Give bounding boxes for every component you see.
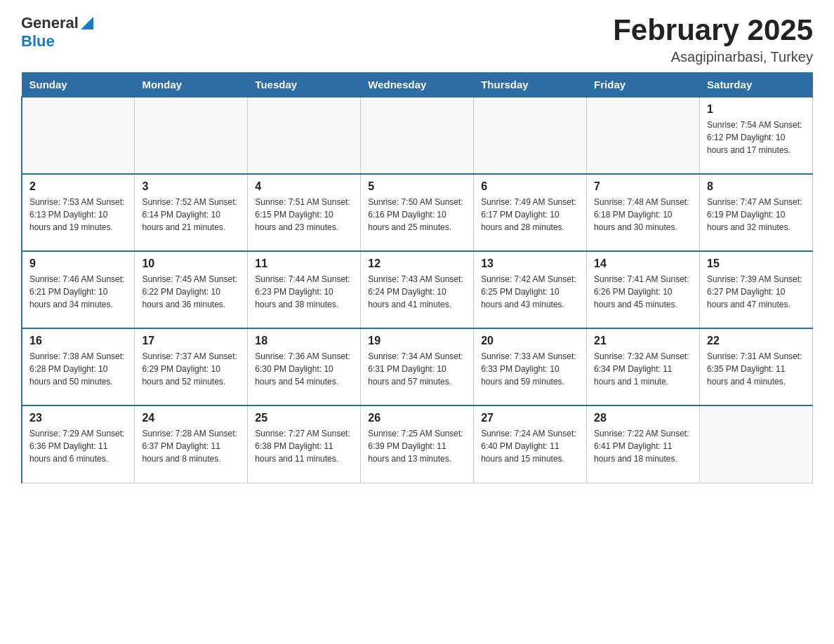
day-number: 6	[481, 180, 579, 193]
day-info: Sunrise: 7:52 AM Sunset: 6:14 PM Dayligh…	[142, 196, 240, 234]
day-info: Sunrise: 7:46 AM Sunset: 6:21 PM Dayligh…	[29, 273, 127, 311]
calendar-cell: 3Sunrise: 7:52 AM Sunset: 6:14 PM Daylig…	[135, 174, 248, 251]
day-number: 8	[707, 180, 805, 193]
calendar-cell	[248, 97, 361, 174]
page-header: General Blue February 2025 Asagipinarbas…	[21, 14, 813, 65]
day-number: 20	[481, 335, 579, 347]
day-number: 18	[255, 335, 353, 347]
weekday-header-sunday: Sunday	[22, 73, 135, 98]
calendar-week-5: 23Sunrise: 7:29 AM Sunset: 6:36 PM Dayli…	[22, 405, 813, 483]
day-info: Sunrise: 7:53 AM Sunset: 6:13 PM Dayligh…	[29, 196, 127, 234]
svg-marker-0	[81, 17, 93, 29]
calendar-cell: 17Sunrise: 7:37 AM Sunset: 6:29 PM Dayli…	[135, 328, 248, 405]
calendar-week-4: 16Sunrise: 7:38 AM Sunset: 6:28 PM Dayli…	[22, 328, 813, 405]
calendar-cell	[22, 97, 135, 174]
calendar-cell: 2Sunrise: 7:53 AM Sunset: 6:13 PM Daylig…	[22, 174, 135, 251]
location-title: Asagipinarbasi, Turkey	[613, 49, 813, 65]
calendar-cell: 13Sunrise: 7:42 AM Sunset: 6:25 PM Dayli…	[474, 251, 587, 328]
logo-blue: Blue	[21, 32, 55, 51]
day-number: 14	[594, 257, 692, 270]
day-info: Sunrise: 7:32 AM Sunset: 6:34 PM Dayligh…	[594, 350, 692, 388]
calendar-cell: 21Sunrise: 7:32 AM Sunset: 6:34 PM Dayli…	[587, 328, 700, 405]
day-info: Sunrise: 7:42 AM Sunset: 6:25 PM Dayligh…	[481, 273, 579, 311]
day-number: 10	[142, 257, 240, 270]
day-info: Sunrise: 7:45 AM Sunset: 6:22 PM Dayligh…	[142, 273, 240, 311]
weekday-header-saturday: Saturday	[700, 73, 813, 98]
calendar-cell: 27Sunrise: 7:24 AM Sunset: 6:40 PM Dayli…	[474, 405, 587, 483]
calendar-cell: 10Sunrise: 7:45 AM Sunset: 6:22 PM Dayli…	[135, 251, 248, 328]
day-info: Sunrise: 7:25 AM Sunset: 6:39 PM Dayligh…	[368, 427, 466, 465]
calendar-cell	[587, 97, 700, 174]
day-number: 22	[707, 335, 805, 347]
weekday-header-wednesday: Wednesday	[361, 73, 474, 98]
day-info: Sunrise: 7:38 AM Sunset: 6:28 PM Dayligh…	[29, 350, 127, 388]
calendar-cell: 24Sunrise: 7:28 AM Sunset: 6:37 PM Dayli…	[135, 405, 248, 483]
day-info: Sunrise: 7:39 AM Sunset: 6:27 PM Dayligh…	[707, 273, 805, 311]
day-number: 11	[255, 257, 353, 270]
day-info: Sunrise: 7:22 AM Sunset: 6:41 PM Dayligh…	[594, 427, 692, 465]
calendar-cell: 28Sunrise: 7:22 AM Sunset: 6:41 PM Dayli…	[587, 405, 700, 483]
day-info: Sunrise: 7:43 AM Sunset: 6:24 PM Dayligh…	[368, 273, 466, 311]
logo: General Blue	[21, 14, 93, 51]
day-info: Sunrise: 7:28 AM Sunset: 6:37 PM Dayligh…	[142, 427, 240, 465]
day-info: Sunrise: 7:27 AM Sunset: 6:38 PM Dayligh…	[255, 427, 353, 465]
day-number: 21	[594, 335, 692, 347]
day-info: Sunrise: 7:33 AM Sunset: 6:33 PM Dayligh…	[481, 350, 579, 388]
calendar-cell	[135, 97, 248, 174]
calendar-cell: 9Sunrise: 7:46 AM Sunset: 6:21 PM Daylig…	[22, 251, 135, 328]
calendar-cell: 6Sunrise: 7:49 AM Sunset: 6:17 PM Daylig…	[474, 174, 587, 251]
month-title: February 2025	[613, 14, 813, 46]
day-number: 24	[142, 412, 240, 424]
calendar-cell	[474, 97, 587, 174]
calendar-cell: 15Sunrise: 7:39 AM Sunset: 6:27 PM Dayli…	[700, 251, 813, 328]
calendar-cell: 5Sunrise: 7:50 AM Sunset: 6:16 PM Daylig…	[361, 174, 474, 251]
day-number: 27	[481, 412, 579, 424]
day-info: Sunrise: 7:54 AM Sunset: 6:12 PM Dayligh…	[707, 119, 805, 156]
weekday-header-thursday: Thursday	[474, 73, 587, 98]
logo-general: General	[21, 14, 79, 32]
calendar-cell	[700, 405, 813, 483]
logo-triangle-icon	[81, 17, 93, 29]
weekday-header-monday: Monday	[135, 73, 248, 98]
day-info: Sunrise: 7:48 AM Sunset: 6:18 PM Dayligh…	[594, 196, 692, 234]
day-number: 15	[707, 257, 805, 270]
calendar-week-1: 1Sunrise: 7:54 AM Sunset: 6:12 PM Daylig…	[22, 97, 813, 174]
day-info: Sunrise: 7:41 AM Sunset: 6:26 PM Dayligh…	[594, 273, 692, 311]
calendar-cell: 12Sunrise: 7:43 AM Sunset: 6:24 PM Dayli…	[361, 251, 474, 328]
calendar-cell: 20Sunrise: 7:33 AM Sunset: 6:33 PM Dayli…	[474, 328, 587, 405]
day-number: 17	[142, 335, 240, 347]
day-number: 2	[29, 180, 127, 193]
calendar-cell: 19Sunrise: 7:34 AM Sunset: 6:31 PM Dayli…	[361, 328, 474, 405]
day-info: Sunrise: 7:36 AM Sunset: 6:30 PM Dayligh…	[255, 350, 353, 388]
day-info: Sunrise: 7:29 AM Sunset: 6:36 PM Dayligh…	[29, 427, 127, 465]
day-info: Sunrise: 7:47 AM Sunset: 6:19 PM Dayligh…	[707, 196, 805, 234]
day-info: Sunrise: 7:37 AM Sunset: 6:29 PM Dayligh…	[142, 350, 240, 388]
day-info: Sunrise: 7:44 AM Sunset: 6:23 PM Dayligh…	[255, 273, 353, 311]
calendar-cell: 18Sunrise: 7:36 AM Sunset: 6:30 PM Dayli…	[248, 328, 361, 405]
weekday-header-row: SundayMondayTuesdayWednesdayThursdayFrid…	[22, 73, 813, 98]
day-info: Sunrise: 7:34 AM Sunset: 6:31 PM Dayligh…	[368, 350, 466, 388]
day-number: 5	[368, 180, 466, 193]
day-number: 26	[368, 412, 466, 424]
day-number: 19	[368, 335, 466, 347]
calendar-cell: 8Sunrise: 7:47 AM Sunset: 6:19 PM Daylig…	[700, 174, 813, 251]
day-number: 1	[707, 103, 805, 116]
calendar-week-3: 9Sunrise: 7:46 AM Sunset: 6:21 PM Daylig…	[22, 251, 813, 328]
day-number: 7	[594, 180, 692, 193]
day-number: 4	[255, 180, 353, 193]
calendar-cell: 7Sunrise: 7:48 AM Sunset: 6:18 PM Daylig…	[587, 174, 700, 251]
calendar-cell: 16Sunrise: 7:38 AM Sunset: 6:28 PM Dayli…	[22, 328, 135, 405]
day-number: 13	[481, 257, 579, 270]
day-number: 23	[29, 412, 127, 424]
calendar-table: SundayMondayTuesdayWednesdayThursdayFrid…	[21, 72, 813, 483]
day-number: 25	[255, 412, 353, 424]
day-number: 28	[594, 412, 692, 424]
day-info: Sunrise: 7:31 AM Sunset: 6:35 PM Dayligh…	[707, 350, 805, 388]
calendar-cell: 11Sunrise: 7:44 AM Sunset: 6:23 PM Dayli…	[248, 251, 361, 328]
calendar-cell: 1Sunrise: 7:54 AM Sunset: 6:12 PM Daylig…	[700, 97, 813, 174]
calendar-cell: 25Sunrise: 7:27 AM Sunset: 6:38 PM Dayli…	[248, 405, 361, 483]
calendar-cell: 22Sunrise: 7:31 AM Sunset: 6:35 PM Dayli…	[700, 328, 813, 405]
day-number: 3	[142, 180, 240, 193]
calendar-week-2: 2Sunrise: 7:53 AM Sunset: 6:13 PM Daylig…	[22, 174, 813, 251]
title-block: February 2025 Asagipinarbasi, Turkey	[613, 14, 813, 65]
